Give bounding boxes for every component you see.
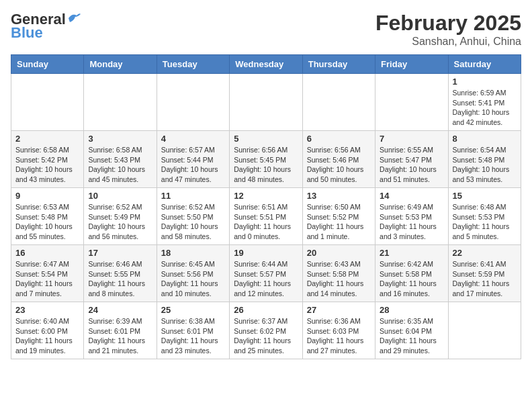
day-info: Sunrise: 6:58 AM Sunset: 5:43 PM Dayligh…	[88, 145, 152, 185]
day-number: 15	[453, 191, 517, 201]
day-info: Sunrise: 6:38 AM Sunset: 6:01 PM Dayligh…	[161, 316, 225, 356]
calendar-cell: 4Sunrise: 6:57 AM Sunset: 5:44 PM Daylig…	[157, 131, 229, 188]
day-info: Sunrise: 6:52 AM Sunset: 5:50 PM Dayligh…	[161, 202, 225, 242]
calendar-cell: 1Sunrise: 6:59 AM Sunset: 5:41 PM Daylig…	[448, 74, 521, 131]
calendar-cell: 20Sunrise: 6:43 AM Sunset: 5:58 PM Dayli…	[302, 245, 375, 302]
day-number: 18	[161, 248, 225, 258]
day-number: 6	[307, 134, 371, 144]
day-number: 22	[453, 248, 517, 258]
day-number: 2	[15, 134, 79, 144]
calendar-cell: 27Sunrise: 6:36 AM Sunset: 6:03 PM Dayli…	[302, 302, 375, 359]
calendar-cell: 19Sunrise: 6:44 AM Sunset: 5:57 PM Dayli…	[230, 245, 302, 302]
calendar-cell: 17Sunrise: 6:46 AM Sunset: 5:55 PM Dayli…	[84, 245, 157, 302]
calendar-cell: 23Sunrise: 6:40 AM Sunset: 6:00 PM Dayli…	[11, 302, 84, 359]
calendar-cell: 22Sunrise: 6:41 AM Sunset: 5:59 PM Dayli…	[448, 245, 521, 302]
day-info: Sunrise: 6:57 AM Sunset: 5:44 PM Dayligh…	[161, 145, 225, 185]
day-info: Sunrise: 6:35 AM Sunset: 6:04 PM Dayligh…	[380, 316, 443, 356]
day-number: 27	[307, 305, 371, 315]
calendar-cell	[84, 74, 157, 131]
day-number: 21	[380, 248, 443, 258]
day-number: 8	[453, 134, 517, 144]
day-info: Sunrise: 6:47 AM Sunset: 5:54 PM Dayligh…	[15, 259, 79, 299]
day-info: Sunrise: 6:54 AM Sunset: 5:48 PM Dayligh…	[453, 145, 517, 185]
day-number: 1	[453, 77, 517, 87]
day-info: Sunrise: 6:48 AM Sunset: 5:53 PM Dayligh…	[453, 202, 517, 242]
day-number: 10	[88, 191, 152, 201]
calendar-cell: 13Sunrise: 6:50 AM Sunset: 5:52 PM Dayli…	[302, 188, 375, 245]
day-info: Sunrise: 6:50 AM Sunset: 5:52 PM Dayligh…	[307, 202, 371, 242]
day-of-week-header: Friday	[375, 55, 448, 74]
page-header: General Blue February 2025 Sanshan, Anhu…	[11, 11, 521, 48]
day-info: Sunrise: 6:55 AM Sunset: 5:47 PM Dayligh…	[380, 145, 443, 185]
day-info: Sunrise: 6:49 AM Sunset: 5:53 PM Dayligh…	[380, 202, 443, 242]
calendar-cell	[375, 74, 448, 131]
day-number: 7	[380, 134, 443, 144]
day-info: Sunrise: 6:52 AM Sunset: 5:49 PM Dayligh…	[88, 202, 152, 242]
calendar-cell: 7Sunrise: 6:55 AM Sunset: 5:47 PM Daylig…	[375, 131, 448, 188]
day-number: 26	[234, 305, 298, 315]
calendar-cell	[448, 302, 521, 359]
day-number: 20	[307, 248, 371, 258]
calendar-cell: 6Sunrise: 6:56 AM Sunset: 5:46 PM Daylig…	[302, 131, 375, 188]
day-of-week-header: Sunday	[11, 55, 84, 74]
day-number: 19	[234, 248, 298, 258]
day-info: Sunrise: 6:53 AM Sunset: 5:48 PM Dayligh…	[15, 202, 79, 242]
logo: General Blue	[11, 11, 82, 42]
day-number: 12	[234, 191, 298, 201]
day-info: Sunrise: 6:59 AM Sunset: 5:41 PM Dayligh…	[453, 88, 517, 128]
day-number: 13	[307, 191, 371, 201]
calendar-cell: 16Sunrise: 6:47 AM Sunset: 5:54 PM Dayli…	[11, 245, 84, 302]
calendar-cell: 12Sunrise: 6:51 AM Sunset: 5:51 PM Dayli…	[230, 188, 302, 245]
calendar-week-row: 16Sunrise: 6:47 AM Sunset: 5:54 PM Dayli…	[11, 245, 521, 302]
calendar-cell: 24Sunrise: 6:39 AM Sunset: 6:01 PM Dayli…	[84, 302, 157, 359]
calendar-week-row: 9Sunrise: 6:53 AM Sunset: 5:48 PM Daylig…	[11, 188, 521, 245]
calendar-cell	[157, 74, 229, 131]
day-info: Sunrise: 6:42 AM Sunset: 5:58 PM Dayligh…	[380, 259, 443, 299]
day-info: Sunrise: 6:56 AM Sunset: 5:46 PM Dayligh…	[307, 145, 371, 185]
calendar-cell: 26Sunrise: 6:37 AM Sunset: 6:02 PM Dayli…	[230, 302, 302, 359]
day-number: 5	[234, 134, 298, 144]
logo-bird-icon	[67, 11, 82, 25]
calendar-cell: 5Sunrise: 6:56 AM Sunset: 5:45 PM Daylig…	[230, 131, 302, 188]
calendar-week-row: 1Sunrise: 6:59 AM Sunset: 5:41 PM Daylig…	[11, 74, 521, 131]
day-info: Sunrise: 6:51 AM Sunset: 5:51 PM Dayligh…	[234, 202, 298, 242]
calendar-table: SundayMondayTuesdayWednesdayThursdayFrid…	[11, 54, 521, 359]
day-info: Sunrise: 6:46 AM Sunset: 5:55 PM Dayligh…	[88, 259, 152, 299]
calendar-cell: 10Sunrise: 6:52 AM Sunset: 5:49 PM Dayli…	[84, 188, 157, 245]
day-of-week-header: Thursday	[302, 55, 375, 74]
day-info: Sunrise: 6:37 AM Sunset: 6:02 PM Dayligh…	[234, 316, 298, 356]
calendar-cell: 14Sunrise: 6:49 AM Sunset: 5:53 PM Dayli…	[375, 188, 448, 245]
day-number: 17	[88, 248, 152, 258]
calendar-cell: 2Sunrise: 6:58 AM Sunset: 5:42 PM Daylig…	[11, 131, 84, 188]
calendar-cell: 11Sunrise: 6:52 AM Sunset: 5:50 PM Dayli…	[157, 188, 229, 245]
calendar-cell: 8Sunrise: 6:54 AM Sunset: 5:48 PM Daylig…	[448, 131, 521, 188]
day-info: Sunrise: 6:39 AM Sunset: 6:01 PM Dayligh…	[88, 316, 152, 356]
calendar-cell	[11, 74, 84, 131]
day-info: Sunrise: 6:40 AM Sunset: 6:00 PM Dayligh…	[15, 316, 79, 356]
day-of-week-header: Monday	[84, 55, 157, 74]
day-info: Sunrise: 6:45 AM Sunset: 5:56 PM Dayligh…	[161, 259, 225, 299]
day-info: Sunrise: 6:43 AM Sunset: 5:58 PM Dayligh…	[307, 259, 371, 299]
day-info: Sunrise: 6:58 AM Sunset: 5:42 PM Dayligh…	[15, 145, 79, 185]
calendar-cell: 28Sunrise: 6:35 AM Sunset: 6:04 PM Dayli…	[375, 302, 448, 359]
day-number: 28	[380, 305, 443, 315]
day-number: 23	[15, 305, 79, 315]
day-number: 14	[380, 191, 443, 201]
title-block: February 2025 Sanshan, Anhui, China	[375, 11, 521, 48]
month-title: February 2025	[375, 11, 521, 36]
calendar-cell	[230, 74, 302, 131]
day-number: 9	[15, 191, 79, 201]
day-of-week-header: Tuesday	[157, 55, 229, 74]
day-number: 11	[161, 191, 225, 201]
day-info: Sunrise: 6:44 AM Sunset: 5:57 PM Dayligh…	[234, 259, 298, 299]
day-info: Sunrise: 6:41 AM Sunset: 5:59 PM Dayligh…	[453, 259, 517, 299]
calendar-cell: 3Sunrise: 6:58 AM Sunset: 5:43 PM Daylig…	[84, 131, 157, 188]
calendar-header-row: SundayMondayTuesdayWednesdayThursdayFrid…	[11, 55, 521, 74]
day-number: 16	[15, 248, 79, 258]
calendar-cell: 25Sunrise: 6:38 AM Sunset: 6:01 PM Dayli…	[157, 302, 229, 359]
day-info: Sunrise: 6:56 AM Sunset: 5:45 PM Dayligh…	[234, 145, 298, 185]
location-subtitle: Sanshan, Anhui, China	[375, 36, 521, 48]
day-of-week-header: Wednesday	[230, 55, 302, 74]
day-info: Sunrise: 6:36 AM Sunset: 6:03 PM Dayligh…	[307, 316, 371, 356]
calendar-week-row: 2Sunrise: 6:58 AM Sunset: 5:42 PM Daylig…	[11, 131, 521, 188]
